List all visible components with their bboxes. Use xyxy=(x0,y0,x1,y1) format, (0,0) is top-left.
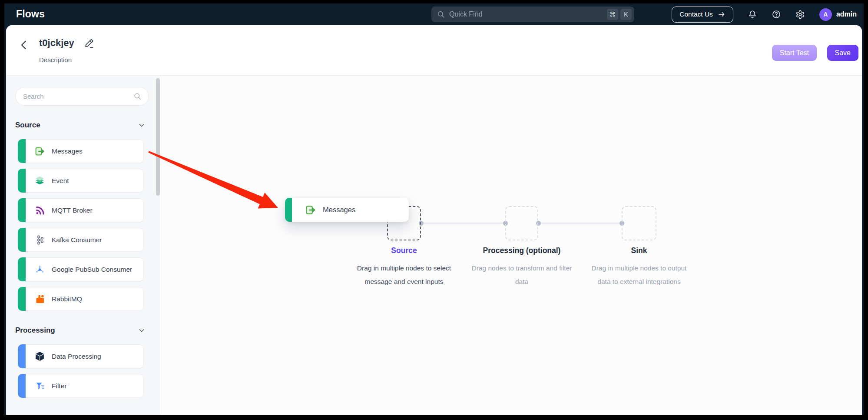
item-accent-bar xyxy=(18,139,26,163)
source-placeholder-label: Source Drag in multiple nodes to select … xyxy=(352,246,456,288)
section-label: Processing xyxy=(15,326,55,335)
node-palette-sidebar: SourceMessagesEventMQTT BrokerKafka Cons… xyxy=(6,76,160,415)
connector-line xyxy=(421,223,505,223)
command-key-badge: ⌘ xyxy=(607,9,618,20)
processing-drop-zone[interactable] xyxy=(505,206,538,240)
pubsub-icon xyxy=(34,264,45,275)
palette-item-kafka-consumer[interactable]: Kafka Consumer xyxy=(18,228,144,252)
item-accent-bar xyxy=(18,287,26,311)
item-accent-bar xyxy=(18,198,26,222)
palette-item-event[interactable]: Event xyxy=(18,169,144,193)
dragged-messages-node[interactable]: Messages xyxy=(285,198,409,222)
palette-item-google-pubsub-consumer[interactable]: Google PubSub Consumer xyxy=(18,257,144,281)
section-header-source[interactable]: Source xyxy=(15,121,146,130)
bell-icon[interactable] xyxy=(748,10,757,19)
username-label: admin xyxy=(836,10,857,18)
sink-placeholder-label: Sink Drag in multiple nodes to output da… xyxy=(587,246,691,288)
edit-pencil-icon[interactable] xyxy=(84,39,95,49)
placeholder-description: Drag in multiple nodes to output data to… xyxy=(587,261,691,288)
back-button[interactable] xyxy=(19,40,30,50)
palette-item-data-processing[interactable]: Data Processing xyxy=(18,344,144,368)
node-accent-bar xyxy=(285,198,292,222)
item-label: Kafka Consumer xyxy=(52,235,102,245)
palette-search[interactable] xyxy=(15,87,149,106)
item-label: Filter xyxy=(52,381,66,391)
app-title: Flows xyxy=(16,8,45,20)
placeholder-title: Sink xyxy=(587,246,691,255)
palette-item-mqtt-broker[interactable]: MQTT Broker xyxy=(18,198,144,222)
save-button[interactable]: Save xyxy=(827,45,858,61)
connector-line xyxy=(538,223,622,223)
chevron-down-icon[interactable] xyxy=(138,327,146,334)
help-icon[interactable] xyxy=(772,10,781,19)
item-accent-bar xyxy=(18,374,26,398)
palette-search-input[interactable] xyxy=(23,93,133,100)
item-accent-bar xyxy=(18,169,26,193)
content-panel: t0jckjey Description Start Test Save Sou… xyxy=(6,25,862,415)
palette-item-filter[interactable]: Filter xyxy=(18,374,144,398)
placeholder-title: Processing (optional) xyxy=(470,246,574,255)
rabbitmq-icon xyxy=(34,293,45,304)
placeholder-title: Source xyxy=(352,246,456,255)
item-label: Event xyxy=(52,176,69,186)
item-label: MQTT Broker xyxy=(52,205,93,215)
section-header-processing[interactable]: Processing xyxy=(15,326,146,335)
search-icon xyxy=(437,10,445,18)
item-label: Data Processing xyxy=(52,351,101,361)
gear-icon[interactable] xyxy=(795,10,805,19)
data-processing-icon xyxy=(34,351,45,362)
start-test-button[interactable]: Start Test xyxy=(772,45,817,61)
mqtt-icon xyxy=(34,205,45,216)
description-placeholder[interactable]: Description xyxy=(39,56,72,63)
quick-find-bar[interactable]: ⌘ K xyxy=(431,7,634,22)
arrow-right-icon xyxy=(718,10,726,18)
item-accent-bar xyxy=(18,228,26,252)
palette-item-messages[interactable]: Messages xyxy=(18,139,144,163)
contact-us-button[interactable]: Contact Us xyxy=(672,7,733,23)
item-accent-bar xyxy=(18,257,26,281)
chevron-down-icon[interactable] xyxy=(138,121,146,129)
messages-icon xyxy=(305,204,316,216)
placeholder-description: Drag in multiple nodes to select message… xyxy=(352,261,456,288)
search-icon xyxy=(133,92,142,100)
contact-us-label: Contact Us xyxy=(679,10,713,18)
item-accent-bar xyxy=(18,344,26,368)
processing-placeholder-label: Processing (optional) Drag nodes to tran… xyxy=(470,246,574,288)
k-key-badge: K xyxy=(620,9,632,20)
sink-drop-zone[interactable] xyxy=(622,206,656,240)
navbar-right-cluster: Contact Us A admin xyxy=(672,3,857,25)
filter-icon xyxy=(34,380,45,391)
app-window: Flows ⌘ K Contact Us xyxy=(4,3,864,415)
node-label: Messages xyxy=(323,206,355,214)
messages-icon xyxy=(34,146,45,157)
item-label: Messages xyxy=(52,146,83,156)
kafka-icon xyxy=(34,234,45,245)
top-navbar: Flows ⌘ K Contact Us xyxy=(4,3,864,25)
sidebar-scrollbar-thumb[interactable] xyxy=(156,78,160,196)
section-label: Source xyxy=(15,121,40,130)
page-title: t0jckjey xyxy=(39,37,74,49)
quick-find-input[interactable] xyxy=(449,10,605,18)
palette-item-rabbitmq[interactable]: RabbitMQ xyxy=(18,287,144,311)
item-label: RabbitMQ xyxy=(52,294,82,304)
avatar[interactable]: A xyxy=(819,8,832,21)
flow-canvas[interactable]: Source Drag in multiple nodes to select … xyxy=(161,76,862,415)
placeholder-description: Drag nodes to transform and filter data xyxy=(470,261,574,288)
item-label: Google PubSub Consumer xyxy=(52,264,132,274)
event-icon xyxy=(34,175,45,186)
page-header: t0jckjey Description Start Test Save xyxy=(6,25,862,76)
